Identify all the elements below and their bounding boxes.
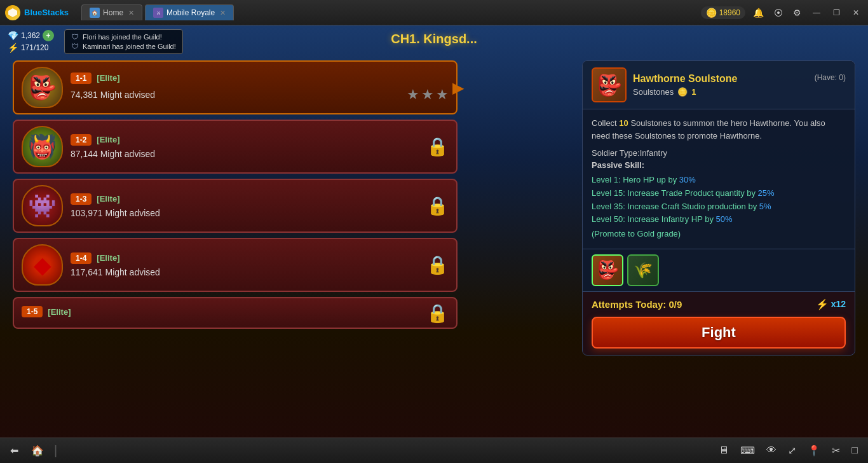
star-2: ★ xyxy=(421,86,434,103)
tooltip-soldier-type: Soldier Type:Infantry xyxy=(592,148,846,158)
battle-char-3: 👾 xyxy=(22,185,63,226)
battle-stars-1: ★ ★ ★ xyxy=(407,86,449,103)
battle-might-2: 87,144 Might advised xyxy=(71,149,155,159)
battle-info-4: 1-4 [Elite] 117,641 Might advised xyxy=(71,252,426,278)
guild-icon-2: 🛡 xyxy=(71,42,79,51)
battle-item-1-3[interactable]: 👾 1-3 [Elite] 103,971 Might advised 🔒 xyxy=(13,179,458,233)
bell-icon[interactable]: 🔔 xyxy=(750,6,766,19)
battle-level-5: 1-5 xyxy=(22,306,43,317)
home-tab-label: Home xyxy=(103,8,123,17)
home-tab-icon: 🏠 xyxy=(90,8,100,18)
tooltip-body: Collect 10 Soulstones to summon the hero… xyxy=(583,109,855,249)
guild-notifications: 🛡 Flori has joined the Guild! 🛡 Kaminari… xyxy=(64,29,183,54)
battle-item-1-2[interactable]: 👹 1-2 [Elite] 87,144 Might advised 🔒 xyxy=(13,120,458,174)
guild-notif-2-text: Kaminari has joined the Guild! xyxy=(83,43,176,50)
tab-home[interactable]: 🏠 Home ✕ xyxy=(81,4,142,20)
eye-icon[interactable]: 👁 xyxy=(764,442,779,459)
battle-lock-5: 🔒 xyxy=(426,303,449,324)
settings-icon[interactable]: ⚙ xyxy=(790,6,804,19)
battle-elite-3: [Elite] xyxy=(97,194,119,204)
battle-level-2: 1-2 xyxy=(71,134,92,146)
battle-item-1-4[interactable]: ◆ 1-4 [Elite] 117,641 Might advised 🔒 xyxy=(13,238,458,292)
tooltip-skills: Level 1: Hero HP up by 30% Level 15: Inc… xyxy=(592,174,846,241)
attempts-label: Attempts Today: 0/9 xyxy=(592,299,682,310)
battle-header-1: 1-1 [Elite] xyxy=(71,73,449,84)
display-icon[interactable]: 🖥 xyxy=(716,442,731,459)
skill-level-15: Level 15: Increase Trade Product quantit… xyxy=(592,187,846,200)
diamond-icon: 💎 xyxy=(8,31,18,41)
tooltip-panel: 👺 Hawthorne Soulstone (Have: 0) Soulston… xyxy=(582,60,855,356)
game-tab-icon: ⚔ xyxy=(153,8,163,18)
add-gems-button[interactable]: + xyxy=(43,30,54,41)
skill-level-35: Level 35: Increase Craft Studio producti… xyxy=(592,200,846,214)
battle-info-1: 1-1 [Elite] 74,381 Might advised ★ ★ ★ xyxy=(71,73,449,103)
home-button[interactable]: 🏠 xyxy=(29,442,46,459)
tooltip-have: (Have: 0) xyxy=(815,73,846,82)
gems-value: 1,362 xyxy=(21,31,40,40)
battle-list: 👺 1-1 [Elite] 74,381 Might advised ★ ★ ★… xyxy=(13,60,458,329)
bluestacks-logo xyxy=(5,5,20,20)
tooltip-char-icon: 👺 xyxy=(592,67,627,102)
battle-level-3: 1-3 xyxy=(71,193,92,205)
star-3: ★ xyxy=(436,86,449,103)
tooltip-type-row: Soulstones 🪙 1 xyxy=(633,87,846,97)
window-icon[interactable]: □ xyxy=(849,442,860,459)
coins-display: 🪙 18960 xyxy=(701,6,745,19)
battle-item-1-1[interactable]: 👺 1-1 [Elite] 74,381 Might advised ★ ★ ★… xyxy=(13,60,458,114)
chapter-title: CH1. Kingsd... xyxy=(391,32,477,46)
coin-amount: 18960 xyxy=(719,8,740,17)
tooltip-passive-label: Passive Skill: xyxy=(592,160,846,170)
brand-label: BlueStacks xyxy=(24,8,69,17)
tooltip-header: 👺 Hawthorne Soulstone (Have: 0) Soulston… xyxy=(583,61,855,109)
battle-level-4: 1-4 xyxy=(71,252,92,264)
battle-might-3: 103,971 Might advised xyxy=(71,208,160,218)
star-1: ★ xyxy=(407,86,419,103)
back-button[interactable]: ⬅ xyxy=(8,442,21,459)
skill-level-1: Level 1: Hero HP up by 30% xyxy=(592,174,846,187)
game-tab-close[interactable]: ✕ xyxy=(220,9,226,17)
battle-level-1: 1-1 xyxy=(71,73,92,84)
resize-icon[interactable]: ⤢ xyxy=(785,442,799,459)
reward-row: 👺 🌾 xyxy=(583,249,855,291)
close-button[interactable]: ✕ xyxy=(849,7,863,18)
battle-might-4: 117,641 Might advised xyxy=(71,267,160,277)
guild-notif-1: 🛡 Flori has joined the Guild! xyxy=(71,32,176,41)
guild-notif-1-text: Flori has joined the Guild! xyxy=(83,33,162,41)
taskbar: ⬅ 🏠 | 🖥 ⌨ 👁 ⤢ 📍 ✂ □ xyxy=(0,438,868,463)
tooltip-description: Collect 10 Soulstones to summon the hero… xyxy=(592,117,846,142)
game-area: 💎 1,362 + ⚡ 171/120 🛡 Flori has joined t… xyxy=(0,25,868,463)
fight-button[interactable]: Fight xyxy=(592,317,846,349)
battle-arrow-1: ▶ xyxy=(452,79,464,97)
battle-elite-1: [Elite] xyxy=(97,73,119,83)
battle-item-1-5[interactable]: 1-5 [Elite] 🔒 xyxy=(13,297,458,329)
lightning-count-value: x12 xyxy=(831,299,846,309)
battle-header-5: 1-5 [Elite] xyxy=(22,306,426,317)
tooltip-name-area: Hawthorne Soulstone (Have: 0) Soulstones… xyxy=(633,73,846,97)
record-icon[interactable]: ⦿ xyxy=(771,6,785,19)
battle-lock-2: 🔒 xyxy=(426,136,449,157)
scissors-icon[interactable]: ✂ xyxy=(829,442,843,459)
minimize-button[interactable]: — xyxy=(809,7,824,18)
battle-char-1: 👺 xyxy=(22,67,63,108)
gems-stat: 💎 1,362 + xyxy=(8,30,54,41)
hud-stats: 💎 1,362 + ⚡ 171/120 xyxy=(8,30,54,53)
tab-mobile-royale[interactable]: ⚔ Mobile Royale ✕ xyxy=(145,4,234,20)
reward-icon-2[interactable]: 🌾 xyxy=(627,254,659,286)
top-hud: 💎 1,362 + ⚡ 171/120 🛡 Flori has joined t… xyxy=(0,25,868,57)
lightning-icon-small: ⚡ xyxy=(816,298,829,310)
maximize-button[interactable]: ❐ xyxy=(829,7,844,18)
tooltip-item-name: Hawthorne Soulstone xyxy=(633,73,737,85)
coin-icon-small: 🪙 xyxy=(677,87,688,97)
tooltip-type-label: Soulstones xyxy=(633,87,674,97)
location-icon[interactable]: 📍 xyxy=(805,442,823,459)
lightning-stat: ⚡ 171/120 xyxy=(8,43,54,53)
reward-icon-1[interactable]: 👺 xyxy=(592,254,623,286)
battle-lock-3: 🔒 xyxy=(426,195,449,216)
battle-might-1: 74,381 Might advised xyxy=(71,90,155,100)
battle-char-2: 👹 xyxy=(22,126,63,167)
home-tab-close[interactable]: ✕ xyxy=(128,9,134,17)
keyboard-icon[interactable]: ⌨ xyxy=(738,442,757,459)
battle-elite-4: [Elite] xyxy=(97,253,119,263)
battle-info-5: 1-5 [Elite] xyxy=(22,306,426,320)
guild-icon-1: 🛡 xyxy=(71,32,79,41)
